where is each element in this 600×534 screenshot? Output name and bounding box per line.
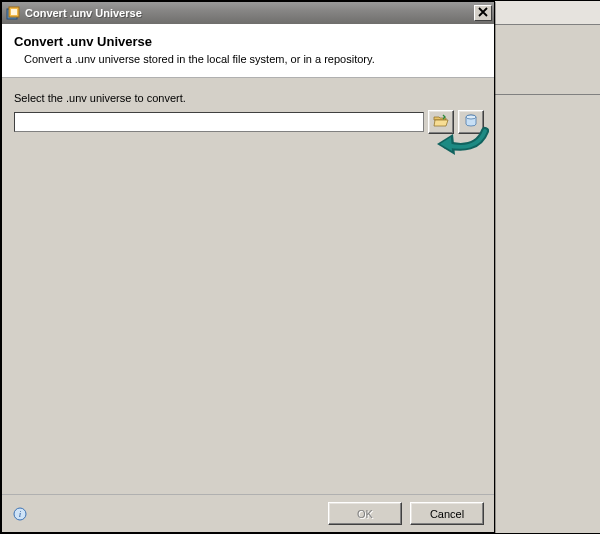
background-panel-separator	[495, 94, 600, 95]
browse-repository-button[interactable]	[458, 110, 484, 134]
dialog-footer: i OK Cancel	[2, 494, 494, 532]
prompt-label: Select the .unv universe to convert.	[14, 92, 484, 104]
input-row	[14, 110, 484, 134]
titlebar: Convert .unv Universe	[2, 2, 494, 24]
help-icon[interactable]: i	[12, 506, 28, 522]
cancel-button[interactable]: Cancel	[410, 502, 484, 525]
dialog-title: Convert .unv Universe	[14, 34, 484, 49]
svg-point-4	[466, 115, 476, 119]
repository-icon	[463, 113, 479, 131]
convert-unv-dialog: Convert .unv Universe Convert .unv Unive…	[1, 1, 495, 533]
app-icon	[5, 5, 21, 21]
ok-button: OK	[328, 502, 402, 525]
window-title: Convert .unv Universe	[25, 7, 474, 19]
universe-path-input[interactable]	[14, 112, 424, 132]
background-panel	[494, 1, 600, 533]
browse-local-button[interactable]	[428, 110, 454, 134]
dialog-description: Convert a .unv universe stored in the lo…	[24, 53, 484, 65]
close-button[interactable]	[474, 5, 492, 21]
dialog-header: Convert .unv Universe Convert a .unv uni…	[2, 24, 494, 78]
background-panel-header	[495, 1, 600, 25]
dialog-body: Select the .unv universe to convert.	[2, 78, 494, 494]
folder-open-icon	[433, 113, 449, 131]
close-icon	[478, 7, 488, 19]
svg-rect-2	[11, 9, 17, 15]
